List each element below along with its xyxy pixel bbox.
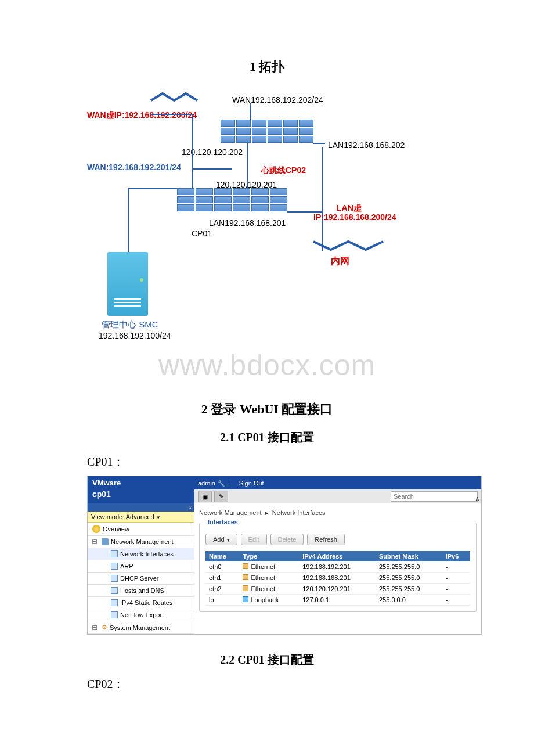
sidebar-item-hosts-dns[interactable]: Hosts and DNS (88, 585, 194, 597)
delete-button[interactable]: Delete (270, 534, 304, 545)
scroll-up-icon[interactable]: ∧ (475, 495, 480, 503)
sidebar-item-netflow[interactable]: NetFlow Export (88, 609, 194, 621)
col-ipv6[interactable]: IPv6 (442, 551, 470, 561)
col-type[interactable]: Type (239, 551, 299, 561)
label-lan-mid: LAN192.168.168.201 (209, 218, 286, 228)
interfaces-table: Name Type IPv4 Address Subnet Mask IPv6 … (205, 551, 470, 606)
sidebar-item-overview[interactable]: Overview (88, 523, 194, 536)
breadcrumb: Network Management ▸ Network Interfaces (199, 507, 477, 523)
sidebar-item-network-management[interactable]: − Network Management (88, 536, 194, 548)
label-lan-virtual-2: IP:192.168.168.200/24 (313, 213, 396, 222)
add-button[interactable]: Add▾ (205, 534, 237, 545)
webui-screenshot: VMware admin | Sign Out cp01 ▣ ✎ « View … (87, 476, 482, 635)
interfaces-panel: Interfaces Add▾ Edit Delete Refresh Name… (199, 523, 477, 612)
topology-diagram: WAN192.168.192.202/24 WAN虚IP:192.168.192… (87, 87, 447, 366)
doc-icon (111, 550, 118, 557)
heading-topology: 1 拓扑 (87, 58, 447, 75)
refresh-button[interactable]: Refresh (307, 534, 345, 545)
label-hb1: 120.120.120.202 (182, 147, 243, 157)
doc-icon (111, 599, 118, 606)
firewall-cp02-icon (221, 120, 313, 143)
heading-cp01-config: 2.1 CP01 接口配置 (87, 430, 447, 445)
label-cp01: CP01： (87, 454, 447, 470)
label-cp02: CP02： (87, 676, 447, 692)
collapse-button[interactable]: « (88, 503, 194, 512)
overview-icon (92, 525, 100, 533)
label-smc-ip: 192.168.192.100/24 (99, 331, 171, 340)
label-heartbeat: 心跳线CP02 (261, 165, 306, 176)
sign-out-link[interactable]: Sign Out (239, 480, 264, 487)
doc-icon (111, 587, 118, 594)
doc-icon (111, 575, 118, 582)
label-smc: 管理中心 SMC (102, 319, 158, 330)
edit-button[interactable]: Edit (241, 534, 267, 545)
ethernet-icon (243, 574, 248, 580)
heading-webui: 2 登录 WebUI 配置接口 (87, 401, 447, 418)
device-label: cp01 (88, 489, 194, 503)
col-mask[interactable]: Subnet Mask (376, 551, 442, 561)
edit-icon[interactable]: ✎ (214, 491, 228, 502)
sidebar-item-network-interfaces[interactable]: Network Interfaces (88, 548, 194, 560)
label-wan-top: WAN192.168.192.202/24 (232, 95, 323, 105)
gear-icon: ⚙ (102, 624, 107, 631)
ethernet-icon (243, 563, 248, 569)
user-label: admin (198, 480, 215, 487)
table-row[interactable]: eth2 Ethernet 120.120.120.201 255.255.25… (205, 584, 470, 595)
cloud-wan-icon (151, 90, 203, 106)
table-header-row: Name Type IPv4 Address Subnet Mask IPv6 (205, 551, 470, 561)
inner-net-icon (313, 238, 383, 258)
label-wan-virtual: WAN虚IP:192.168.192.200/24 (87, 110, 197, 121)
panel-title: Interfaces (205, 519, 240, 525)
sidebar-item-arp[interactable]: ARP (88, 560, 194, 573)
doc-icon (111, 563, 118, 570)
heading-cp02-config: 2.2 CP01 接口配置 (87, 652, 447, 668)
sidebar-item-static-routes[interactable]: IPv4 Static Routes (88, 597, 194, 609)
table-row[interactable]: lo Loopback 127.0.0.1 255.0.0.0 - (205, 595, 470, 606)
network-icon (102, 538, 109, 545)
label-inner-net: 内网 (331, 255, 349, 268)
collapse-icon[interactable]: − (92, 539, 97, 544)
doc-icon (111, 611, 118, 618)
loopback-icon (243, 596, 248, 602)
label-cp01: CP01 (192, 229, 212, 238)
terminal-icon[interactable]: ▣ (198, 491, 212, 502)
sidebar-item-dhcp[interactable]: DHCP Server (88, 573, 194, 585)
label-lan-top: LAN192.168.168.202 (328, 141, 405, 150)
sidebar-item-system-management[interactable]: + ⚙ System Management (88, 621, 194, 634)
brand-label: VMware (88, 476, 194, 489)
sidebar: « View mode: Advanced ▼ Overview ∧ − Net… (88, 503, 194, 634)
table-row[interactable]: eth1 Ethernet 192.168.168.201 255.255.25… (205, 573, 470, 584)
search-input[interactable] (391, 491, 478, 502)
col-ipv4[interactable]: IPv4 Address (299, 551, 376, 561)
expand-icon[interactable]: + (92, 625, 97, 630)
smc-server-icon (107, 252, 148, 316)
col-name[interactable]: Name (205, 551, 239, 561)
wrench-icon[interactable] (215, 480, 225, 487)
firewall-cp01-icon (177, 188, 287, 211)
ethernet-icon (243, 585, 248, 591)
table-row[interactable]: eth0 Ethernet 192.168.192.201 255.255.25… (205, 561, 470, 573)
label-wan-mid: WAN:192.168.192.201/24 (87, 163, 181, 172)
view-mode-row[interactable]: View mode: Advanced ▼ (88, 512, 194, 523)
